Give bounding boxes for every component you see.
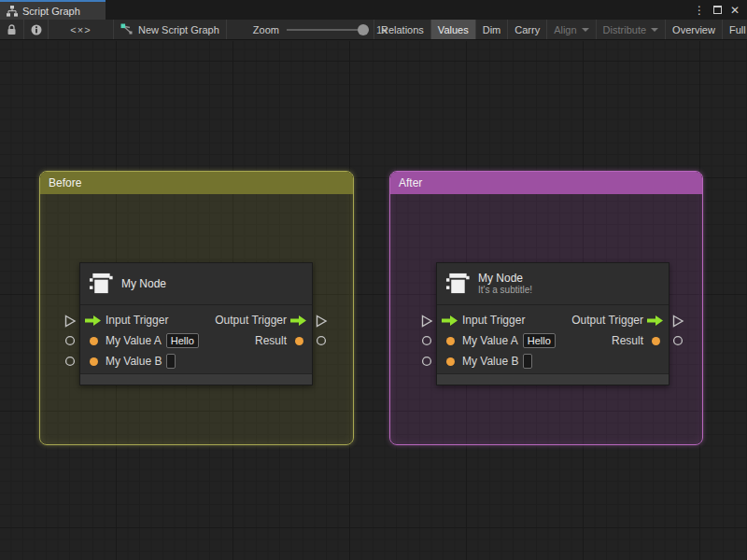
node-body: Input Trigger Output Trigger My Value A … — [437, 305, 669, 371]
code-preview-button[interactable]: <×> — [49, 20, 114, 39]
external-value-port-icon[interactable] — [63, 355, 77, 368]
graph-hierarchy-icon — [7, 6, 18, 17]
node-header[interactable]: My Node It's a subtitle! — [437, 263, 669, 305]
port-label: Output Trigger — [215, 314, 287, 327]
external-flow-port-icon[interactable] — [671, 315, 684, 328]
group-title: After — [399, 176, 422, 189]
value-b-field[interactable] — [523, 354, 532, 369]
port-label: My Value B — [106, 355, 162, 368]
value-input-port[interactable] — [85, 332, 102, 349]
node-title: My Node — [478, 272, 532, 285]
group-after-header[interactable]: After — [390, 172, 702, 194]
external-flow-port-icon[interactable] — [420, 315, 433, 328]
script-graph-window: Script Graph ⋮ ✕ — [0, 0, 747, 560]
new-script-graph-button[interactable]: New Script Graph — [114, 20, 227, 39]
window-controls: ⋮ ✕ — [692, 0, 747, 20]
tab-title: Script Graph — [22, 6, 80, 17]
values-button[interactable]: Values — [431, 20, 476, 39]
distribute-label: Distribute — [603, 24, 646, 35]
zoom-control: Zoom 1x — [253, 20, 391, 39]
port-label: Input Trigger — [106, 314, 168, 327]
toolbar-toggles: Relations Values Dim Carry Align Distrib… — [374, 20, 747, 39]
lock-button[interactable] — [0, 20, 24, 39]
inspect-button[interactable] — [24, 20, 49, 39]
distribute-dropdown[interactable]: Distribute — [597, 20, 666, 39]
node-my-node-before[interactable]: My Node Input Trigger Output Trigger — [79, 262, 313, 385]
port-label: My Value B — [462, 355, 518, 368]
node-my-node-after[interactable]: My Node It's a subtitle! Input Trigger O… — [436, 262, 669, 385]
external-value-port-icon[interactable] — [420, 355, 433, 368]
close-icon[interactable]: ✕ — [727, 3, 742, 18]
flow-input-port[interactable] — [442, 312, 458, 329]
carry-button[interactable]: Carry — [508, 20, 547, 39]
node-subtitle: It's a subtitle! — [478, 285, 532, 296]
unit-icon — [445, 272, 470, 296]
new-script-graph-label: New Script Graph — [138, 24, 219, 35]
node-footer — [80, 373, 312, 385]
external-flow-port-icon[interactable] — [63, 315, 77, 328]
info-icon — [31, 24, 42, 35]
flow-output-port[interactable] — [647, 312, 664, 329]
zoom-slider-knob[interactable] — [358, 24, 369, 35]
graph-toolbar: <×> New Script Graph Zoom 1x Relations V… — [0, 20, 747, 40]
node-footer — [437, 373, 669, 385]
port-label: Result — [612, 334, 643, 347]
port-label: My Value A — [462, 334, 518, 347]
value-input-port[interactable] — [442, 332, 458, 349]
tab-bar: Script Graph ⋮ ✕ — [0, 0, 747, 20]
fullscreen-button[interactable]: Full Scr — [723, 20, 747, 39]
maximize-icon[interactable] — [710, 3, 725, 18]
zoom-label: Zoom — [253, 24, 279, 35]
lock-icon — [7, 24, 17, 35]
value-a-field[interactable]: Hello — [166, 333, 199, 348]
dim-button[interactable]: Dim — [476, 20, 509, 39]
unit-icon — [89, 272, 113, 296]
external-value-port-icon[interactable] — [420, 334, 433, 347]
relations-button[interactable]: Relations — [374, 20, 431, 39]
value-output-port[interactable] — [647, 332, 664, 349]
external-value-port-icon[interactable] — [63, 334, 77, 347]
value-input-port[interactable] — [85, 353, 102, 370]
flow-input-port[interactable] — [85, 312, 102, 329]
external-value-port-icon[interactable] — [315, 334, 328, 347]
flow-output-port[interactable] — [290, 312, 307, 329]
value-input-port[interactable] — [442, 353, 458, 370]
port-label: Output Trigger — [571, 314, 643, 327]
external-flow-port-icon[interactable] — [315, 315, 328, 328]
value-a-field[interactable]: Hello — [523, 333, 556, 348]
graph-canvas[interactable]: Before After — [0, 41, 747, 560]
chevron-down-icon — [582, 28, 589, 32]
overview-button[interactable]: Overview — [666, 20, 723, 39]
port-label: My Value A — [106, 334, 162, 347]
external-value-port-icon[interactable] — [671, 334, 684, 347]
zoom-slider[interactable] — [287, 29, 369, 31]
port-label: Input Trigger — [462, 314, 525, 327]
graph-branch-icon — [120, 23, 133, 35]
tab-script-graph[interactable]: Script Graph — [0, 0, 106, 20]
align-dropdown[interactable]: Align — [547, 20, 596, 39]
group-title: Before — [49, 176, 81, 189]
node-body: Input Trigger Output Trigger My Value A … — [80, 305, 312, 371]
chevron-down-icon — [651, 28, 658, 32]
value-b-field[interactable] — [166, 354, 176, 369]
node-header[interactable]: My Node — [80, 263, 312, 305]
value-output-port[interactable] — [290, 332, 307, 349]
port-label: Result — [255, 334, 287, 347]
node-title: My Node — [121, 277, 166, 290]
group-before-header[interactable]: Before — [40, 172, 353, 194]
align-label: Align — [554, 24, 576, 35]
menu-kebab-icon[interactable]: ⋮ — [692, 3, 707, 18]
